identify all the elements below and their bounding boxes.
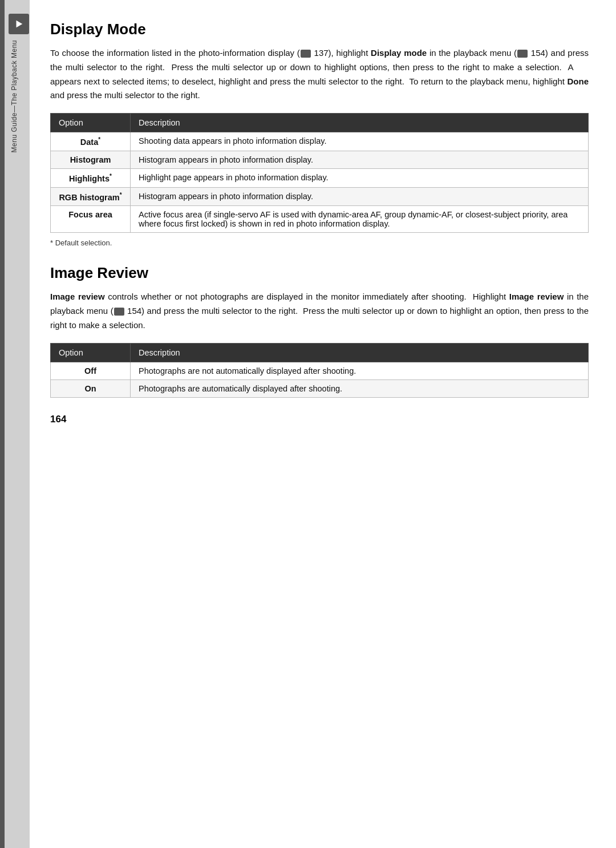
page-number: 164: [50, 414, 589, 425]
table-row: On Photographs are automatically display…: [51, 379, 589, 397]
col-header-option: Option: [51, 114, 131, 132]
table-row: Focus area Active focus area (if single-…: [51, 206, 589, 233]
desc-on: Photographs are automatically displayed …: [131, 379, 589, 397]
display-mode-title: Display Mode: [50, 21, 589, 38]
desc-off: Photographs are not automatically displa…: [131, 362, 589, 379]
desc-focus-area: Active focus area (if single-servo AF is…: [131, 206, 589, 233]
table-row: Highlights* Highlight page appears in ph…: [51, 168, 589, 187]
option-off: Off: [51, 362, 131, 379]
image-review-table-header: Option Description: [51, 343, 589, 362]
display-mode-section: Display Mode To choose the information l…: [50, 21, 589, 247]
col-header-description-2: Description: [131, 343, 589, 362]
image-review-section: Image Review Image review controls wheth…: [50, 264, 589, 397]
option-data: Data*: [51, 132, 131, 151]
col-header-description: Description: [131, 114, 589, 132]
option-highlights: Highlights*: [51, 168, 131, 187]
sidebar-label: Menu Guide—The Playback Menu: [10, 40, 19, 152]
col-header-option-2: Option: [51, 343, 131, 362]
page-wrapper: Menu Guide—The Playback Menu Display Mod…: [0, 0, 616, 848]
option-rgb-histogram: RGB histogram*: [51, 187, 131, 206]
image-review-body: Image review controls whether or not pho…: [50, 290, 589, 332]
desc-data: Shooting data appears in photo informati…: [131, 132, 589, 151]
option-histogram: Histogram: [51, 151, 131, 168]
playback-icon: [14, 19, 24, 29]
display-mode-footnote: * Default selection.: [50, 239, 589, 247]
desc-histogram: Histogram appears in photo information d…: [131, 151, 589, 168]
image-review-title: Image Review: [50, 264, 589, 282]
image-review-table: Option Description Off Photographs are n…: [50, 343, 589, 398]
option-on: On: [51, 379, 131, 397]
display-mode-body: To choose the information listed in the …: [50, 46, 589, 103]
image-review-table-body: Off Photographs are not automatically di…: [51, 362, 589, 397]
display-mode-table-header: Option Description: [51, 114, 589, 132]
sidebar-bar: [0, 0, 5, 848]
main-content: Display Mode To choose the information l…: [30, 0, 616, 848]
table-row: Data* Shooting data appears in photo inf…: [51, 132, 589, 151]
table-row: RGB histogram* Histogram appears in phot…: [51, 187, 589, 206]
display-mode-table: Option Description Data* Shooting data a…: [50, 113, 589, 233]
sidebar: Menu Guide—The Playback Menu: [0, 0, 30, 848]
table-row: Histogram Histogram appears in photo inf…: [51, 151, 589, 168]
desc-rgb-histogram: Histogram appears in photo information d…: [131, 187, 589, 206]
table-row: Off Photographs are not automatically di…: [51, 362, 589, 379]
display-mode-table-body: Data* Shooting data appears in photo inf…: [51, 132, 589, 233]
svg-marker-0: [17, 21, 23, 28]
option-focus-area: Focus area: [51, 206, 131, 233]
desc-highlights: Highlight page appears in photo informat…: [131, 168, 589, 187]
